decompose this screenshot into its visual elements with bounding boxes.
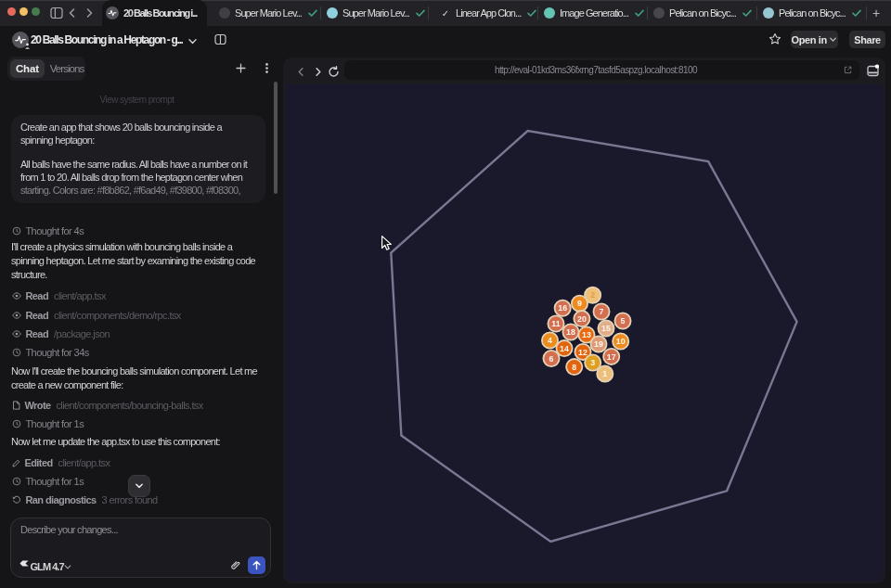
svg-text:18: 18 [566,327,575,337]
svg-text:19: 19 [594,339,603,349]
svg-text:8: 8 [572,363,576,372]
svg-text:3: 3 [590,358,595,367]
svg-text:12: 12 [578,348,588,357]
svg-text:20: 20 [577,314,587,324]
svg-text:7: 7 [600,307,604,316]
svg-text:17: 17 [607,352,616,362]
svg-text:1: 1 [602,369,607,378]
svg-text:10: 10 [616,337,626,346]
svg-text:16: 16 [558,303,567,313]
svg-text:13: 13 [582,330,591,339]
svg-text:6: 6 [549,354,554,364]
svg-text:5: 5 [621,316,626,326]
svg-text:15: 15 [601,324,611,333]
svg-text:14: 14 [560,344,569,353]
svg-text:4: 4 [548,336,552,345]
svg-text:11: 11 [551,319,560,328]
svg-text:9: 9 [577,299,582,308]
svg-text:2: 2 [590,290,595,300]
